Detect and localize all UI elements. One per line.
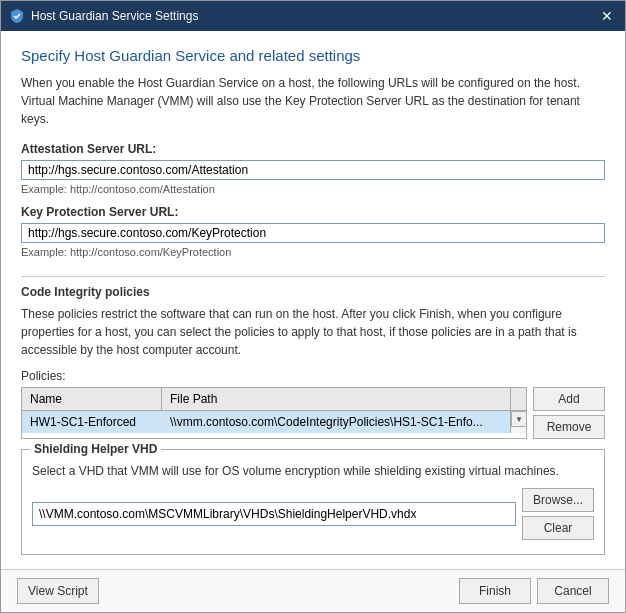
bottom-right-buttons: Finish Cancel	[459, 578, 609, 604]
table-header: Name File Path	[22, 388, 526, 411]
ci-description: These policies restrict the software tha…	[21, 305, 605, 359]
description-text: When you enable the Host Guardian Servic…	[21, 74, 605, 128]
clear-button[interactable]: Clear	[522, 516, 594, 540]
policies-area: Name File Path HW1-SC1-Enforced \\vmm.co…	[21, 387, 605, 439]
code-integrity-header: Code Integrity policies	[21, 285, 605, 299]
policies-buttons: Add Remove	[533, 387, 605, 439]
key-protection-label: Key Protection Server URL:	[21, 205, 605, 219]
divider-1	[21, 276, 605, 277]
shielding-buttons: Browse... Clear	[522, 488, 594, 540]
policies-table-container: Name File Path HW1-SC1-Enforced \\vmm.co…	[21, 387, 527, 439]
shielding-legend: Shielding Helper VHD	[30, 442, 161, 456]
finish-button[interactable]: Finish	[459, 578, 531, 604]
table-row[interactable]: HW1-SC1-Enforced \\vmm.contoso.com\CodeI…	[22, 411, 526, 433]
key-protection-example: Example: http://contoso.com/KeyProtectio…	[21, 246, 605, 258]
close-button[interactable]: ✕	[597, 6, 617, 26]
key-protection-input[interactable]	[21, 223, 605, 243]
table-body: HW1-SC1-Enforced \\vmm.contoso.com\CodeI…	[22, 411, 526, 438]
shielding-input-row: Browse... Clear	[32, 488, 594, 540]
policy-path-cell: \\vmm.contoso.com\CodeIntegrityPolicies\…	[162, 411, 510, 433]
shielding-vhd-input[interactable]	[32, 502, 516, 526]
page-title: Specify Host Guardian Service and relate…	[21, 47, 605, 64]
view-script-button[interactable]: View Script	[17, 578, 99, 604]
cancel-button[interactable]: Cancel	[537, 578, 609, 604]
table-scroll-header	[510, 388, 526, 410]
shielding-section: Shielding Helper VHD Select a VHD that V…	[21, 449, 605, 555]
remove-button[interactable]: Remove	[533, 415, 605, 439]
add-button[interactable]: Add	[533, 387, 605, 411]
col-name-header: Name	[22, 388, 162, 410]
browse-button[interactable]: Browse...	[522, 488, 594, 512]
title-bar-text: Host Guardian Service Settings	[31, 9, 597, 23]
title-bar: Host Guardian Service Settings ✕	[1, 1, 625, 31]
policies-label: Policies:	[21, 369, 605, 383]
attestation-example: Example: http://contoso.com/Attestation	[21, 183, 605, 195]
dialog-window: Host Guardian Service Settings ✕ Specify…	[0, 0, 626, 613]
shield-icon	[9, 8, 25, 24]
table-scroll-cell: ▼	[510, 411, 526, 433]
attestation-input[interactable]	[21, 160, 605, 180]
shielding-description: Select a VHD that VMM will use for OS vo…	[32, 462, 594, 480]
policy-name-cell: HW1-SC1-Enforced	[22, 411, 162, 433]
col-filepath-header: File Path	[162, 388, 510, 410]
attestation-label: Attestation Server URL:	[21, 142, 605, 156]
scroll-down-arrow[interactable]: ▼	[511, 411, 526, 427]
main-content: Specify Host Guardian Service and relate…	[1, 31, 625, 569]
bottom-bar: View Script Finish Cancel	[1, 569, 625, 612]
